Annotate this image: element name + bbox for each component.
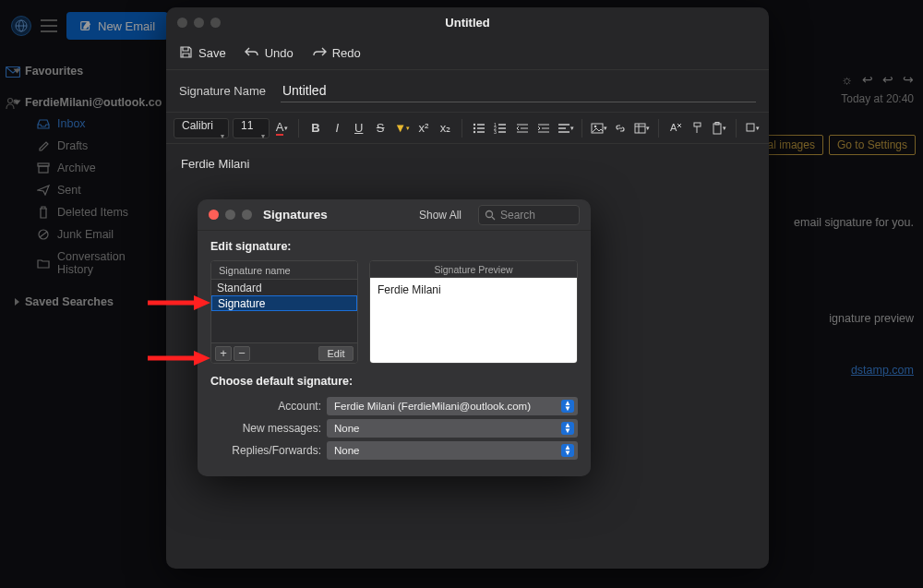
window-minimize-icon[interactable] bbox=[194, 18, 204, 28]
svg-point-11 bbox=[473, 123, 475, 125]
sent-icon bbox=[37, 184, 50, 197]
drafts-icon bbox=[37, 139, 50, 152]
bg-text-fragment: ignature preview bbox=[829, 312, 914, 325]
signature-list-header: Signature name bbox=[211, 261, 357, 280]
sidebar-item-inbox[interactable]: Inbox bbox=[0, 113, 162, 135]
svg-rect-34 bbox=[635, 124, 645, 133]
sidebar-item-deleted[interactable]: Deleted Items bbox=[0, 201, 162, 223]
modal-minimize-icon[interactable] bbox=[225, 210, 235, 220]
undo-icon bbox=[245, 45, 259, 61]
show-all-button[interactable]: Show All bbox=[419, 209, 462, 222]
more-tools-button[interactable]: ▾ bbox=[744, 118, 761, 138]
preferences-search-input[interactable]: Search bbox=[478, 205, 580, 225]
svg-line-10 bbox=[40, 232, 47, 237]
signature-row-standard[interactable]: Standard bbox=[211, 280, 357, 295]
sidebar-item-history[interactable]: Conversation History bbox=[0, 246, 162, 281]
editor-title: Untitled bbox=[445, 16, 489, 30]
signatures-preferences-modal: Signatures Show All Search Edit signatur… bbox=[198, 199, 591, 476]
window-zoom-icon[interactable] bbox=[210, 18, 221, 28]
superscript-button[interactable]: x² bbox=[414, 118, 432, 138]
insert-image-button[interactable]: ▾ bbox=[590, 118, 607, 138]
signature-name-label: Signature Name bbox=[179, 84, 266, 98]
bulleted-list-button[interactable] bbox=[470, 118, 487, 138]
new-email-label: New Email bbox=[98, 19, 155, 33]
save-button[interactable]: Save bbox=[179, 45, 226, 62]
svg-text:3: 3 bbox=[494, 129, 497, 134]
globe-icon[interactable] bbox=[11, 16, 31, 36]
paste-button[interactable]: ▾ bbox=[710, 118, 727, 138]
replies-label: Replies/Forwards: bbox=[210, 444, 321, 457]
junk-icon bbox=[37, 228, 50, 241]
sidebar-item-sent[interactable]: Sent bbox=[0, 179, 162, 201]
clear-formatting-button[interactable]: A bbox=[666, 118, 684, 138]
sidebar-item-junk[interactable]: Junk Email bbox=[0, 223, 162, 246]
signature-preview-panel: Signature Preview Ferdie Milani bbox=[369, 260, 578, 364]
bold-button[interactable]: B bbox=[306, 118, 324, 138]
highlight-button[interactable]: ▼▾ bbox=[393, 118, 411, 138]
undo-button[interactable]: Undo bbox=[245, 45, 294, 61]
reply-icon[interactable]: ↩ bbox=[862, 72, 873, 87]
underline-button[interactable]: U bbox=[350, 118, 367, 138]
reply-all-icon[interactable]: ↩ bbox=[882, 72, 893, 87]
remove-signature-button[interactable]: − bbox=[234, 346, 250, 361]
outdent-button[interactable] bbox=[513, 118, 531, 138]
edit-signature-button[interactable]: Edit bbox=[318, 346, 354, 361]
modal-close-icon[interactable] bbox=[209, 210, 219, 220]
signature-row-editing[interactable] bbox=[211, 295, 357, 311]
svg-point-15 bbox=[473, 130, 475, 132]
sidebar-favourites-header[interactable]: Favourites bbox=[0, 59, 162, 81]
editor-body-text: Ferdie Milani bbox=[181, 157, 249, 171]
inbox-icon bbox=[37, 117, 50, 130]
bg-link-fragment[interactable]: dstamp.com bbox=[851, 364, 914, 377]
sidebar-account-header[interactable]: FerdieMilani@outlook.co bbox=[0, 90, 162, 113]
signature-name-input[interactable] bbox=[281, 79, 756, 102]
redo-button[interactable]: Redo bbox=[312, 45, 361, 61]
signature-rename-input[interactable] bbox=[218, 297, 351, 310]
signature-preview-body: Ferdie Milani bbox=[370, 278, 577, 363]
add-signature-button[interactable]: + bbox=[215, 346, 232, 361]
svg-point-13 bbox=[473, 126, 475, 128]
format-painter-button[interactable] bbox=[689, 118, 706, 138]
svg-point-33 bbox=[594, 125, 597, 127]
subscript-button[interactable]: x₂ bbox=[437, 118, 454, 138]
modal-zoom-icon[interactable] bbox=[242, 210, 252, 220]
font-family-select[interactable]: Calibri▾ bbox=[174, 118, 229, 138]
editor-body[interactable]: Ferdie Milani bbox=[166, 144, 769, 184]
svg-line-46 bbox=[492, 217, 495, 220]
trash-icon bbox=[37, 206, 50, 219]
forward-icon[interactable]: ↪ bbox=[903, 72, 914, 87]
redo-icon bbox=[312, 45, 327, 61]
italic-button[interactable]: I bbox=[329, 118, 346, 138]
sidebar-item-archive[interactable]: Archive bbox=[0, 157, 162, 179]
svg-rect-44 bbox=[747, 124, 754, 131]
sidebar-item-drafts[interactable]: Drafts bbox=[0, 135, 162, 157]
bg-text-fragment: email signature for you. bbox=[794, 216, 914, 229]
sidebar-saved-searches-header[interactable]: Saved Searches bbox=[0, 290, 162, 312]
strikethrough-button[interactable]: S bbox=[371, 118, 389, 138]
font-size-select[interactable]: 11▾ bbox=[233, 118, 270, 138]
insert-table-button[interactable]: ▾ bbox=[633, 118, 651, 138]
search-icon bbox=[485, 210, 496, 221]
insert-link-button[interactable] bbox=[612, 118, 629, 138]
archive-icon bbox=[37, 162, 50, 174]
hamburger-icon[interactable] bbox=[41, 19, 57, 32]
editor-titlebar[interactable]: Untitled bbox=[166, 7, 769, 37]
svg-rect-40 bbox=[694, 123, 701, 126]
window-close-icon[interactable] bbox=[177, 18, 187, 28]
svg-rect-42 bbox=[713, 124, 721, 134]
brightness-icon[interactable]: ☼ bbox=[841, 72, 853, 87]
svg-point-45 bbox=[486, 210, 493, 217]
go-to-settings-button[interactable]: Go to Settings bbox=[829, 135, 916, 155]
font-color-button[interactable]: A▾ bbox=[273, 118, 291, 138]
signatures-title: Signatures bbox=[263, 208, 328, 222]
align-button[interactable]: ▾ bbox=[557, 118, 574, 138]
indent-button[interactable] bbox=[534, 118, 552, 138]
new-messages-select[interactable]: None▲▼ bbox=[327, 419, 578, 438]
new-email-button[interactable]: New Email bbox=[66, 12, 168, 40]
default-signature-label: Choose default signature: bbox=[210, 375, 578, 388]
message-timestamp: Today at 20:40 bbox=[841, 92, 914, 105]
numbered-list-button[interactable]: 123 bbox=[492, 118, 509, 138]
signature-preview-header: Signature Preview bbox=[370, 261, 577, 278]
replies-select[interactable]: None▲▼ bbox=[327, 441, 578, 460]
account-select[interactable]: Ferdie Milani (FerdieMilani@outlook.com)… bbox=[327, 397, 578, 415]
